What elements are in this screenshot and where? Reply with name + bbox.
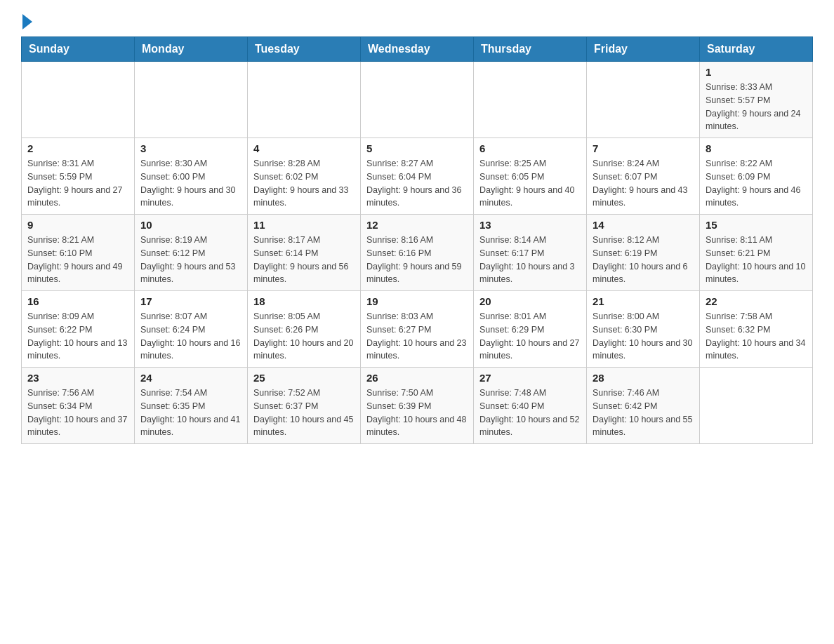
day-number: 10	[140, 219, 241, 231]
calendar-cell: 15Sunrise: 8:11 AMSunset: 6:21 PMDayligh…	[700, 215, 813, 291]
calendar-cell: 5Sunrise: 8:27 AMSunset: 6:04 PMDaylight…	[361, 138, 474, 215]
calendar-cell: 6Sunrise: 8:25 AMSunset: 6:05 PMDaylight…	[474, 138, 587, 215]
day-info: Sunrise: 7:50 AMSunset: 6:39 PMDaylight:…	[366, 387, 468, 439]
calendar-cell: 8Sunrise: 8:22 AMSunset: 6:09 PMDaylight…	[700, 138, 813, 215]
day-info: Sunrise: 8:14 AMSunset: 6:17 PMDaylight:…	[479, 234, 581, 286]
calendar-cell: 18Sunrise: 8:05 AMSunset: 6:26 PMDayligh…	[248, 291, 361, 368]
day-info: Sunrise: 8:31 AMSunset: 5:59 PMDaylight:…	[27, 157, 128, 210]
day-info: Sunrise: 8:01 AMSunset: 6:29 PMDaylight:…	[479, 310, 581, 363]
day-info: Sunrise: 7:46 AMSunset: 6:42 PMDaylight:…	[593, 387, 694, 439]
calendar-cell	[700, 368, 813, 444]
day-info: Sunrise: 8:16 AMSunset: 6:16 PMDaylight:…	[366, 234, 468, 286]
weekday-header-monday: Monday	[135, 37, 248, 62]
calendar-cell: 3Sunrise: 8:30 AMSunset: 6:00 PMDaylight…	[135, 138, 248, 215]
day-number: 5	[366, 142, 468, 154]
weekday-header-row: SundayMondayTuesdayWednesdayThursdayFrid…	[22, 37, 813, 62]
calendar-cell	[361, 62, 474, 138]
calendar-week-row: 2Sunrise: 8:31 AMSunset: 5:59 PMDaylight…	[22, 138, 813, 215]
day-number: 13	[479, 219, 581, 231]
calendar-cell: 12Sunrise: 8:16 AMSunset: 6:16 PMDayligh…	[361, 215, 474, 291]
calendar-cell: 14Sunrise: 8:12 AMSunset: 6:19 PMDayligh…	[587, 215, 700, 291]
day-info: Sunrise: 8:05 AMSunset: 6:26 PMDaylight:…	[253, 310, 355, 363]
calendar-cell: 16Sunrise: 8:09 AMSunset: 6:22 PMDayligh…	[22, 291, 135, 368]
day-info: Sunrise: 8:19 AMSunset: 6:12 PMDaylight:…	[140, 234, 241, 286]
day-info: Sunrise: 8:24 AMSunset: 6:07 PMDaylight:…	[593, 157, 694, 210]
day-info: Sunrise: 8:17 AMSunset: 6:14 PMDaylight:…	[253, 234, 355, 286]
weekday-header-saturday: Saturday	[700, 37, 813, 62]
calendar-cell: 13Sunrise: 8:14 AMSunset: 6:17 PMDayligh…	[474, 215, 587, 291]
calendar-cell: 23Sunrise: 7:56 AMSunset: 6:34 PMDayligh…	[22, 368, 135, 444]
calendar-cell: 26Sunrise: 7:50 AMSunset: 6:39 PMDayligh…	[361, 368, 474, 444]
calendar-body: 1Sunrise: 8:33 AMSunset: 5:57 PMDaylight…	[22, 62, 813, 444]
weekday-header-wednesday: Wednesday	[361, 37, 474, 62]
day-number: 1	[706, 66, 807, 78]
weekday-header-thursday: Thursday	[474, 37, 587, 62]
day-number: 9	[27, 219, 128, 231]
calendar-week-row: 23Sunrise: 7:56 AMSunset: 6:34 PMDayligh…	[22, 368, 813, 444]
day-number: 18	[253, 295, 355, 307]
day-number: 22	[706, 295, 807, 307]
calendar-table: SundayMondayTuesdayWednesdayThursdayFrid…	[21, 36, 813, 444]
calendar-cell	[248, 62, 361, 138]
weekday-header-friday: Friday	[587, 37, 700, 62]
day-number: 14	[593, 219, 694, 231]
calendar-cell: 7Sunrise: 8:24 AMSunset: 6:07 PMDaylight…	[587, 138, 700, 215]
calendar-week-row: 16Sunrise: 8:09 AMSunset: 6:22 PMDayligh…	[22, 291, 813, 368]
calendar-cell: 17Sunrise: 8:07 AMSunset: 6:24 PMDayligh…	[135, 291, 248, 368]
day-info: Sunrise: 8:09 AMSunset: 6:22 PMDaylight:…	[27, 310, 128, 363]
day-number: 4	[253, 142, 355, 154]
calendar-cell: 21Sunrise: 8:00 AMSunset: 6:30 PMDayligh…	[587, 291, 700, 368]
calendar-cell: 22Sunrise: 7:58 AMSunset: 6:32 PMDayligh…	[700, 291, 813, 368]
calendar-cell	[135, 62, 248, 138]
calendar-cell: 4Sunrise: 8:28 AMSunset: 6:02 PMDaylight…	[248, 138, 361, 215]
day-number: 25	[253, 372, 355, 384]
calendar-cell: 24Sunrise: 7:54 AMSunset: 6:35 PMDayligh…	[135, 368, 248, 444]
calendar-cell: 20Sunrise: 8:01 AMSunset: 6:29 PMDayligh…	[474, 291, 587, 368]
logo-triangle-icon	[22, 14, 32, 29]
day-info: Sunrise: 8:27 AMSunset: 6:04 PMDaylight:…	[366, 157, 468, 210]
day-info: Sunrise: 7:54 AMSunset: 6:35 PMDaylight:…	[140, 387, 241, 439]
day-number: 26	[366, 372, 468, 384]
calendar-cell: 19Sunrise: 8:03 AMSunset: 6:27 PMDayligh…	[361, 291, 474, 368]
calendar-cell: 11Sunrise: 8:17 AMSunset: 6:14 PMDayligh…	[248, 215, 361, 291]
day-number: 28	[593, 372, 694, 384]
day-number: 24	[140, 372, 241, 384]
day-number: 8	[706, 142, 807, 154]
day-number: 20	[479, 295, 581, 307]
calendar-cell: 10Sunrise: 8:19 AMSunset: 6:12 PMDayligh…	[135, 215, 248, 291]
day-info: Sunrise: 8:25 AMSunset: 6:05 PMDaylight:…	[479, 157, 581, 210]
day-info: Sunrise: 8:07 AMSunset: 6:24 PMDaylight:…	[140, 310, 241, 363]
day-number: 16	[27, 295, 128, 307]
day-info: Sunrise: 8:28 AMSunset: 6:02 PMDaylight:…	[253, 157, 355, 210]
day-number: 15	[706, 219, 807, 231]
calendar-header: SundayMondayTuesdayWednesdayThursdayFrid…	[22, 37, 813, 62]
weekday-header-tuesday: Tuesday	[248, 37, 361, 62]
calendar-week-row: 1Sunrise: 8:33 AMSunset: 5:57 PMDaylight…	[22, 62, 813, 138]
logo	[21, 14, 32, 29]
day-info: Sunrise: 8:03 AMSunset: 6:27 PMDaylight:…	[366, 310, 468, 363]
calendar-cell: 27Sunrise: 7:48 AMSunset: 6:40 PMDayligh…	[474, 368, 587, 444]
weekday-header-sunday: Sunday	[22, 37, 135, 62]
page-header	[21, 14, 813, 29]
day-info: Sunrise: 7:56 AMSunset: 6:34 PMDaylight:…	[27, 387, 128, 439]
calendar-cell	[22, 62, 135, 138]
day-number: 27	[479, 372, 581, 384]
calendar-cell: 9Sunrise: 8:21 AMSunset: 6:10 PMDaylight…	[22, 215, 135, 291]
day-info: Sunrise: 8:33 AMSunset: 5:57 PMDaylight:…	[706, 81, 807, 133]
day-number: 11	[253, 219, 355, 231]
day-info: Sunrise: 7:52 AMSunset: 6:37 PMDaylight:…	[253, 387, 355, 439]
day-number: 21	[593, 295, 694, 307]
day-number: 2	[27, 142, 128, 154]
calendar-cell: 25Sunrise: 7:52 AMSunset: 6:37 PMDayligh…	[248, 368, 361, 444]
day-number: 7	[593, 142, 694, 154]
day-number: 17	[140, 295, 241, 307]
day-number: 23	[27, 372, 128, 384]
day-number: 6	[479, 142, 581, 154]
day-info: Sunrise: 8:11 AMSunset: 6:21 PMDaylight:…	[706, 234, 807, 286]
calendar-cell	[587, 62, 700, 138]
day-info: Sunrise: 8:00 AMSunset: 6:30 PMDaylight:…	[593, 310, 694, 363]
day-number: 12	[366, 219, 468, 231]
day-info: Sunrise: 7:58 AMSunset: 6:32 PMDaylight:…	[706, 310, 807, 363]
calendar-cell: 1Sunrise: 8:33 AMSunset: 5:57 PMDaylight…	[700, 62, 813, 138]
day-info: Sunrise: 7:48 AMSunset: 6:40 PMDaylight:…	[479, 387, 581, 439]
